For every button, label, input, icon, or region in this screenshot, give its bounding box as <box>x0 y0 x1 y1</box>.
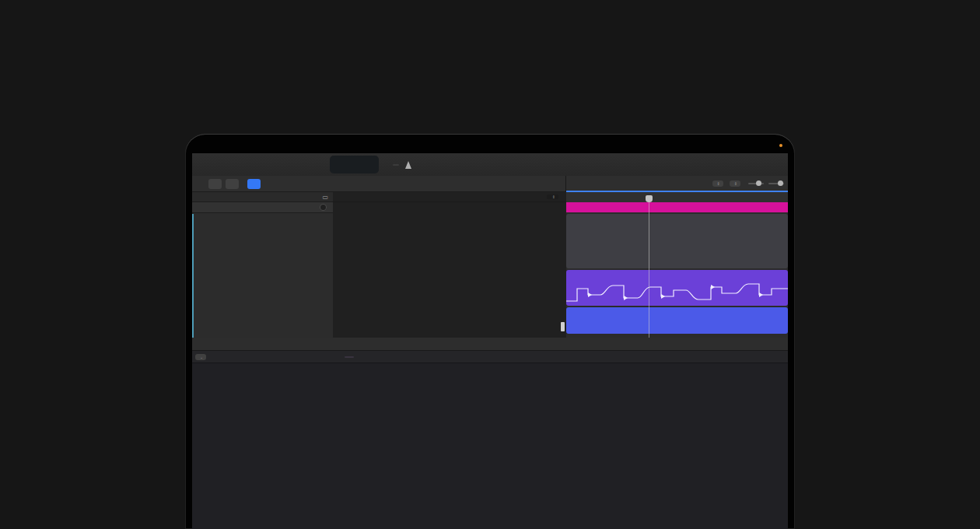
vertical-zoom-slider[interactable] <box>747 183 764 184</box>
control-bar <box>192 153 788 177</box>
tracks-toolbar: ⇕ ⇕ <box>566 176 788 192</box>
drag-select[interactable]: ⇕ <box>730 180 740 187</box>
quantize-select[interactable]: ⇕ <box>547 194 558 199</box>
sequencer-header: ⌄ <box>192 351 788 363</box>
info-badge[interactable] <box>320 204 327 211</box>
secondary-toolbar: ⇕ ⇕ <box>192 176 788 192</box>
ruler[interactable] <box>566 192 788 203</box>
region-computations-topper[interactable] <box>566 307 788 334</box>
pattern-name-chip[interactable] <box>345 356 354 358</box>
region-trap-beat[interactable] <box>566 214 788 268</box>
sequencer-toolbar <box>192 338 788 351</box>
app-window: ⇕ ⇕ ▭ <box>192 153 788 529</box>
region-bass-player[interactable] <box>566 270 788 306</box>
selection-strip <box>192 214 194 338</box>
tracks-area <box>566 192 788 338</box>
step-sequencer: ⌄ <box>192 338 788 529</box>
chord-track[interactable] <box>566 202 788 212</box>
indicator-led <box>779 144 782 147</box>
lcd-display[interactable] <box>330 156 379 173</box>
grid-scroll-marker[interactable] <box>561 322 565 331</box>
live-loops-toolbar <box>192 176 566 192</box>
pencil-tool-button[interactable] <box>208 179 222 189</box>
track-header-panel: ▭ <box>192 192 333 338</box>
metronome-button[interactable] <box>405 161 411 169</box>
snap-select[interactable]: ⇕ <box>712 180 723 187</box>
performance-button[interactable] <box>247 179 261 189</box>
add-row-button[interactable]: ⌄ <box>195 354 206 360</box>
laptop-bezel: ⇕ ⇕ ▭ <box>185 134 795 529</box>
display-icon[interactable]: ▭ <box>322 194 328 201</box>
page-background: ⇕ ⇕ ▭ <box>0 0 980 529</box>
horizontal-zoom-slider[interactable] <box>767 183 784 184</box>
live-loops-grid: ⇕ <box>333 192 566 338</box>
crossfade-button[interactable] <box>226 179 239 189</box>
count-in-button[interactable] <box>393 164 399 166</box>
automation-line <box>566 279 788 306</box>
playhead-line <box>649 201 649 338</box>
